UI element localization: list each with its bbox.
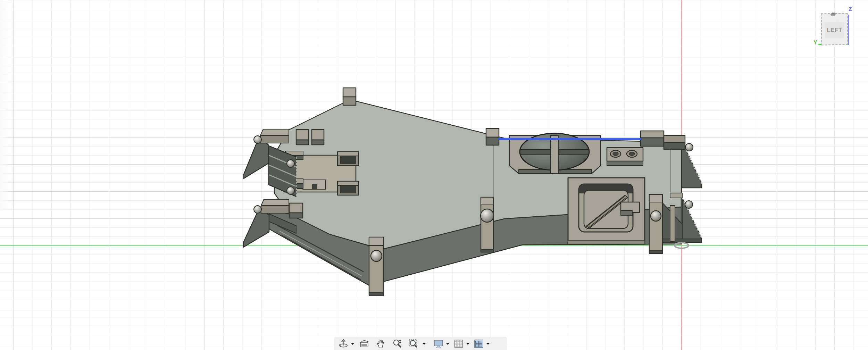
access-hatch[interactable] — [568, 178, 645, 244]
viewports-button[interactable] — [474, 339, 484, 349]
mid-post[interactable] — [481, 197, 494, 252]
chevron-down-icon — [422, 342, 426, 345]
rivet — [254, 136, 261, 143]
viewport-canvas[interactable]: Z Y LEFT — [0, 0, 868, 350]
zoom-magnifier-icon — [393, 339, 402, 349]
display-settings-button[interactable] — [433, 339, 444, 349]
zoom-window-icon — [409, 339, 418, 349]
viewcube-y-label: Y — [813, 40, 817, 46]
viewcube-face-label: LEFT — [827, 27, 842, 34]
orbit-button[interactable] — [338, 339, 349, 349]
look-at-icon — [359, 339, 369, 349]
display-settings-icon — [434, 339, 443, 349]
orbit-dropdown[interactable] — [350, 339, 355, 349]
viewcube-z-label: Z — [849, 6, 852, 12]
grid-snaps-button[interactable] — [453, 339, 464, 349]
chevron-down-icon — [466, 342, 470, 345]
orbit-icon — [339, 339, 348, 349]
look-at-button[interactable] — [359, 339, 369, 349]
viewcube-face-left[interactable]: LEFT — [821, 13, 848, 45]
zoom-window-dropdown[interactable] — [422, 339, 426, 349]
bottom-post[interactable] — [369, 237, 383, 296]
rivet — [685, 143, 693, 151]
chevron-down-icon — [446, 342, 450, 345]
grid-snaps-dropdown[interactable] — [465, 339, 470, 349]
grid-icon — [454, 339, 464, 349]
deck-square-plate-2[interactable] — [312, 130, 324, 145]
chevron-down-icon — [351, 342, 354, 345]
rivet — [685, 201, 693, 208]
viewcube[interactable]: Z Y LEFT — [814, 6, 855, 49]
bay-clamp-upper-right — [337, 152, 359, 166]
rear-post[interactable] — [649, 194, 662, 253]
zoom-window-button[interactable] — [408, 339, 419, 349]
viewports-icon — [474, 339, 484, 349]
front-upper-wedge[interactable] — [244, 129, 296, 197]
rivet — [371, 250, 382, 261]
rivet — [651, 211, 661, 221]
deck-square-plate-1[interactable] — [296, 130, 308, 145]
mid-top-post[interactable] — [486, 128, 499, 145]
zoom-button[interactable] — [392, 339, 403, 349]
chevron-down-icon — [486, 342, 490, 345]
apex-post[interactable] — [343, 88, 356, 105]
deck-square-plate-3[interactable] — [289, 203, 303, 218]
filler-caps-plate[interactable] — [607, 148, 643, 166]
navigation-toolbar — [334, 337, 507, 350]
display-settings-dropdown[interactable] — [445, 339, 450, 349]
home-icon[interactable] — [829, 12, 836, 16]
viewports-dropdown[interactable] — [485, 339, 490, 349]
pan-button[interactable] — [376, 339, 386, 349]
rivet — [481, 209, 494, 222]
rivet — [287, 160, 294, 167]
bay-clamp-lower-right — [337, 181, 359, 195]
pan-hand-icon — [376, 339, 386, 349]
rivet — [287, 187, 294, 194]
model-scene — [0, 0, 868, 350]
rivet — [254, 206, 261, 213]
